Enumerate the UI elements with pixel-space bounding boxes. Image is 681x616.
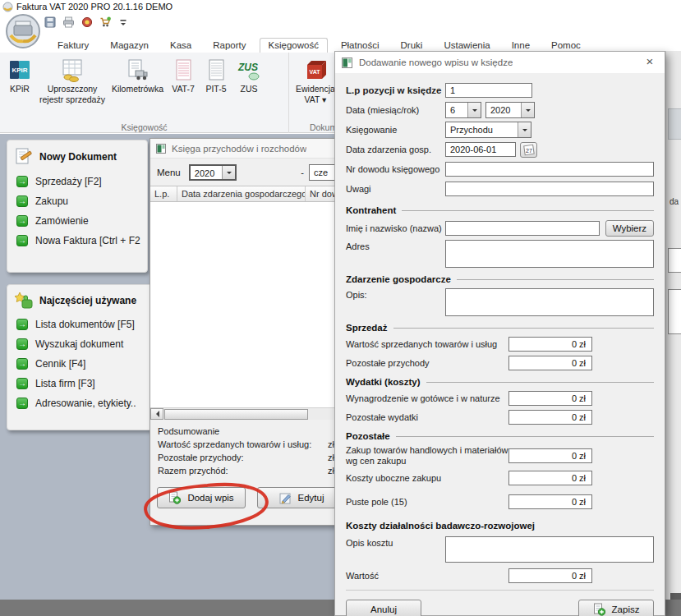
- chevron-down-icon[interactable]: [222, 166, 235, 179]
- qat-more-icon[interactable]: [118, 17, 128, 28]
- sidebar-item-lista-firm[interactable]: Lista firm [F3]: [7, 374, 152, 393]
- dodaj-wpis-button[interactable]: Dodaj wpis: [157, 487, 246, 508]
- tab-faktury[interactable]: Faktury: [49, 39, 97, 53]
- sidebar-item-zamowienie[interactable]: Zamówienie: [7, 211, 147, 231]
- sidebar-item-nowa-faktura[interactable]: Nowa Faktura [Ctrl + F2: [7, 231, 147, 251]
- pit5-form-icon: [204, 57, 228, 82]
- dialog-body: L.p pozycji w księdze Data (miesiąc/rok)…: [335, 73, 665, 583]
- menu-label[interactable]: Menu: [157, 168, 181, 177]
- svg-text:27: 27: [526, 148, 532, 154]
- field-row-purchase: Zakup towarów handlowych i materiałów wg…: [346, 445, 654, 467]
- rd-desc-textarea[interactable]: [445, 536, 654, 563]
- ribbon-item-zus[interactable]: ZUS ZUS: [232, 56, 265, 96]
- tab-raporty[interactable]: Raporty: [205, 39, 254, 53]
- chevron-down-icon[interactable]: [521, 103, 534, 117]
- sidebar-item-zakupu[interactable]: Zakupu: [7, 191, 147, 211]
- sidebar-item-sprzedazy[interactable]: Sprzedaży [F2]: [7, 172, 147, 191]
- sales-other-input[interactable]: [508, 356, 592, 370]
- empty-field-input[interactable]: [508, 494, 592, 509]
- wybierz-button[interactable]: Wybierz: [605, 220, 654, 237]
- ledger-summary: Podsumowanie Wartość sprzedanych towarów…: [150, 420, 346, 477]
- ribbon-item-uproszczony-rejestr[interactable]: Uproszczony rejestr sprzedaży: [36, 56, 108, 107]
- edytuj-button[interactable]: Edytuj: [257, 487, 346, 508]
- vat7-form-icon: [171, 57, 196, 82]
- sidebar-item-adresowanie[interactable]: Adresowanie, etykiety..: [7, 393, 152, 413]
- badge-icon[interactable]: [81, 16, 93, 28]
- ledger-titlebar[interactable]: Księga przychodów i rozchodów: [150, 139, 346, 159]
- zus-icon: ZUS: [237, 57, 261, 82]
- field-row-doc-no: Nr dowodu księgowego: [346, 159, 654, 179]
- print-icon[interactable]: [62, 16, 75, 28]
- calendar-button[interactable]: 27: [520, 142, 537, 158]
- field-row-wages: Wynagrodzenie w gotówce i w naturze: [346, 391, 654, 406]
- sales-register-icon: [60, 57, 85, 82]
- month-select[interactable]: 6: [445, 102, 481, 118]
- year-select[interactable]: 2020: [485, 102, 535, 118]
- lp-label: L.p pozycji w księdze: [346, 85, 445, 95]
- side-costs-input[interactable]: [508, 471, 592, 485]
- dialog-titlebar[interactable]: Dodawanie nowego wpisu w księdze: [335, 52, 665, 73]
- tab-ksiegowosc[interactable]: Księgowość: [260, 38, 328, 53]
- field-row-notes: Uwagi: [346, 179, 654, 199]
- green-arrow-icon: [16, 176, 28, 187]
- lp-input[interactable]: [445, 83, 532, 98]
- ledger-buttons: Dodaj wpis Edytuj: [150, 477, 346, 508]
- app-menu-button[interactable]: [5, 13, 41, 51]
- contractor-name-input[interactable]: [445, 221, 600, 236]
- sidebar-item-lista-dokumentow[interactable]: Lista dokumentów [F5]: [7, 315, 152, 334]
- tab-magazyn[interactable]: Magazyn: [102, 39, 157, 53]
- zapisz-button[interactable]: Zapisz: [578, 600, 654, 616]
- ledger-window-icon: [156, 144, 166, 154]
- wages-input[interactable]: [508, 391, 592, 406]
- ribbon-item-ewidencja-vat[interactable]: VAT Ewidencja VAT ▾: [292, 56, 338, 107]
- rd-value-input[interactable]: [508, 568, 592, 583]
- doc-no-label: Nr dowodu księgowego: [346, 164, 445, 174]
- posting-select[interactable]: Przychodu: [445, 122, 531, 138]
- sales-goods-input[interactable]: [508, 337, 592, 352]
- horizontal-scrollbar[interactable]: [150, 407, 346, 420]
- column-header-data[interactable]: Data zdarzenia gospodarczego: [177, 186, 306, 201]
- ribbon-item-pit5[interactable]: PIT-5: [200, 56, 232, 96]
- event-desc-textarea[interactable]: [445, 288, 654, 316]
- scrollbar-thumb[interactable]: [164, 409, 308, 420]
- year-select[interactable]: 2020: [189, 164, 237, 181]
- doc-no-input[interactable]: [445, 162, 654, 177]
- panel-title: Nowy Dokument: [39, 151, 117, 163]
- add-entry-icon: [168, 491, 181, 504]
- anuluj-button[interactable]: Anuluj: [346, 600, 421, 616]
- ribbon-item-vat7[interactable]: VAT-7: [167, 56, 200, 96]
- event-date-input[interactable]: [445, 142, 516, 157]
- green-arrow-icon: [16, 338, 28, 350]
- scroll-left-icon[interactable]: [150, 408, 163, 420]
- ribbon-group-ksiegowosc: KPiR KPiR Uproszczony rejestr sprzedaży …: [0, 53, 289, 133]
- address-textarea[interactable]: [445, 240, 654, 268]
- field-row-rd-value: Wartość: [346, 568, 654, 583]
- cart-icon[interactable]: [99, 16, 112, 28]
- event-date-label: Data zdarzenia gosp.: [346, 145, 445, 154]
- save-icon[interactable]: [44, 16, 56, 28]
- rd-desc-label: Opis kosztu: [346, 536, 445, 548]
- svg-text:ZUS: ZUS: [237, 62, 258, 73]
- ribbon-item-kilometrowka[interactable]: Kilometrówka: [108, 56, 167, 96]
- close-icon[interactable]: [642, 54, 658, 71]
- section-zdarzenie: Zdarzenie gospodarcze: [346, 274, 654, 285]
- rd-value-label: Wartość: [346, 571, 508, 582]
- column-header-lp[interactable]: L.p.: [150, 186, 177, 201]
- tab-kasa[interactable]: Kasa: [162, 39, 200, 53]
- field-row-address: Adres: [346, 240, 654, 268]
- chevron-down-icon[interactable]: [467, 103, 481, 117]
- section-rd: Koszty działalności badawczo-rozwojowej: [346, 520, 654, 531]
- chevron-down-icon[interactable]: [518, 122, 531, 137]
- sidebar-item-wyszukaj-dokument[interactable]: Wyszukaj dokument: [7, 334, 152, 354]
- ledger-table-body[interactable]: [150, 202, 346, 407]
- green-arrow-icon: [16, 215, 28, 227]
- expenses-other-input[interactable]: [508, 410, 592, 425]
- field-row-rd-desc: Opis kosztu: [346, 536, 654, 563]
- section-pozostale: Pozostałe: [346, 430, 654, 442]
- sidebar-item-cennik[interactable]: Cennik [F4]: [7, 354, 152, 374]
- notes-input[interactable]: [445, 182, 654, 196]
- purchase-input[interactable]: [508, 448, 592, 463]
- kpir-icon: KPiR: [7, 57, 32, 82]
- dialog-footer: Anuluj Zapisz: [346, 590, 654, 616]
- ribbon-item-kpir[interactable]: KPiR KPiR: [3, 56, 36, 96]
